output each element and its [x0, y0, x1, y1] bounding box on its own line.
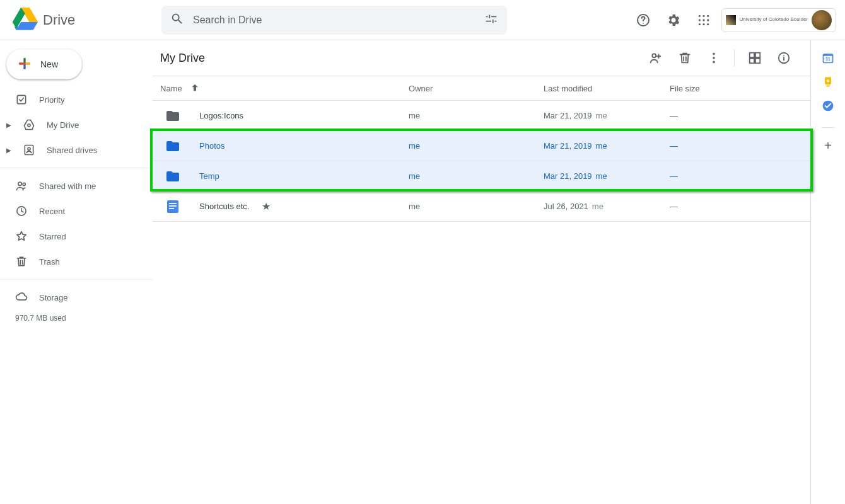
file-modified: Mar 21, 2019 me: [544, 141, 670, 151]
svg-rect-28: [167, 200, 178, 213]
gear-icon[interactable]: [661, 8, 686, 33]
header: Drive University of Colorado Boulder: [0, 0, 845, 40]
svg-rect-24: [750, 59, 754, 63]
table-row[interactable]: Temp me Mar 21, 2019 me —: [153, 161, 810, 192]
toolbar-divider: [734, 49, 735, 67]
table-row[interactable]: Photos me Mar 21, 2019 me —: [153, 131, 810, 161]
sidebar-item-label: Recent: [39, 207, 65, 216]
sidebar-item-label: Shared drives: [47, 146, 97, 155]
sidebar-item-shared-with-me[interactable]: Shared with me: [0, 173, 153, 198]
file-name: Shortcuts etc.: [199, 202, 249, 211]
toolbar: My Drive: [153, 40, 810, 76]
sidebar-item-label: Trash: [39, 257, 60, 266]
sidebar-item-label: Priority: [39, 95, 64, 105]
search-icon: [170, 12, 184, 28]
sidebar-item-recent[interactable]: Recent: [0, 198, 153, 224]
doc-icon: [165, 199, 180, 214]
table-header: Name Owner Last modified File size: [153, 76, 810, 101]
side-panel: 31 +: [811, 40, 845, 504]
more-actions-button[interactable]: [701, 45, 726, 71]
svg-point-36: [827, 79, 829, 82]
page-title[interactable]: My Drive: [160, 52, 205, 65]
svg-point-5: [698, 19, 700, 21]
file-size: —: [670, 141, 803, 151]
header-actions: University of Colorado Boulder: [631, 8, 841, 33]
svg-point-27: [783, 55, 784, 56]
tasks-icon[interactable]: [822, 100, 834, 112]
svg-point-16: [23, 183, 25, 185]
file-name: Photos: [199, 141, 224, 151]
sidebar-item-label: Storage: [39, 293, 68, 302]
add-addon-icon[interactable]: +: [822, 139, 834, 152]
sidebar-item-storage[interactable]: Storage: [0, 285, 153, 310]
svg-point-14: [28, 147, 30, 150]
svg-point-19: [713, 53, 715, 55]
file-modified: Mar 21, 2019 me: [544, 111, 670, 120]
file-owner: me: [409, 202, 544, 211]
file-owner: me: [409, 111, 544, 120]
rail-divider: [822, 127, 834, 128]
sidebar: New Priority ▶ My Drive ▶ Shared drives …: [0, 40, 153, 504]
org-name: University of Colorado Boulder: [740, 17, 808, 23]
table-row[interactable]: Logos:Icons me Mar 21, 2019 me —: [153, 101, 810, 131]
sidebar-item-label: Starred: [39, 232, 66, 241]
keep-icon[interactable]: [822, 76, 834, 88]
org-logo-icon: [726, 15, 736, 25]
column-header-size[interactable]: File size: [670, 84, 803, 93]
sidebar-item-label: Shared with me: [39, 181, 96, 191]
svg-rect-22: [750, 53, 754, 57]
search-options-icon[interactable]: [484, 12, 498, 28]
new-button[interactable]: New: [6, 49, 82, 79]
search-input[interactable]: [193, 14, 475, 26]
file-owner: me: [409, 171, 544, 181]
table-row[interactable]: Shortcuts etc. ★ me Jul 26, 2021 me —: [153, 192, 810, 222]
column-header-name[interactable]: Name: [160, 83, 409, 94]
delete-button[interactable]: [672, 45, 697, 71]
new-button-label: New: [40, 59, 58, 69]
star-icon[interactable]: ★: [262, 200, 271, 212]
svg-rect-35: [827, 84, 830, 85]
svg-rect-30: [169, 205, 177, 207]
plus-icon: [16, 55, 33, 74]
drive-logo-icon: [13, 6, 38, 33]
sidebar-item-starred[interactable]: Starred: [0, 224, 153, 249]
logo-area[interactable]: Drive: [5, 6, 161, 33]
apps-grid-icon[interactable]: [691, 8, 716, 33]
svg-rect-11: [17, 95, 25, 103]
org-chip[interactable]: University of Colorado Boulder: [721, 8, 837, 32]
avatar[interactable]: [812, 10, 832, 30]
search-bar[interactable]: [161, 6, 507, 35]
sidebar-item-priority[interactable]: Priority: [0, 87, 153, 112]
help-icon[interactable]: [631, 8, 656, 33]
svg-rect-23: [755, 53, 760, 57]
file-owner: me: [409, 141, 544, 151]
file-modified: Mar 21, 2019 me: [544, 171, 670, 181]
file-name: Temp: [199, 171, 219, 181]
info-button[interactable]: [771, 45, 796, 71]
folder-icon: [165, 108, 180, 123]
app-title: Drive: [43, 12, 75, 28]
sidebar-item-trash[interactable]: Trash: [0, 249, 153, 274]
svg-point-4: [707, 14, 709, 16]
share-button[interactable]: [643, 45, 668, 71]
svg-text:31: 31: [825, 57, 830, 61]
sidebar-item-shared-drives[interactable]: ▶ Shared drives: [0, 137, 153, 163]
file-size: —: [670, 171, 803, 181]
svg-point-2: [698, 14, 700, 16]
sidebar-item-label: My Drive: [47, 120, 79, 130]
svg-point-21: [713, 61, 715, 64]
svg-rect-31: [169, 208, 174, 209]
column-header-modified[interactable]: Last modified: [544, 84, 670, 93]
storage-used-text: 970.7 MB used: [0, 310, 153, 323]
svg-point-7: [707, 19, 709, 21]
folder-icon: [165, 169, 180, 184]
column-header-owner[interactable]: Owner: [409, 84, 544, 93]
file-size: —: [670, 202, 803, 211]
file-name: Logos:Icons: [199, 111, 243, 120]
grid-view-button[interactable]: [742, 45, 767, 71]
folder-icon: [165, 139, 180, 154]
caret-right-icon[interactable]: ▶: [6, 122, 14, 129]
caret-right-icon[interactable]: ▶: [6, 147, 14, 154]
calendar-icon[interactable]: 31: [822, 52, 834, 64]
sidebar-item-my-drive[interactable]: ▶ My Drive: [0, 112, 153, 137]
